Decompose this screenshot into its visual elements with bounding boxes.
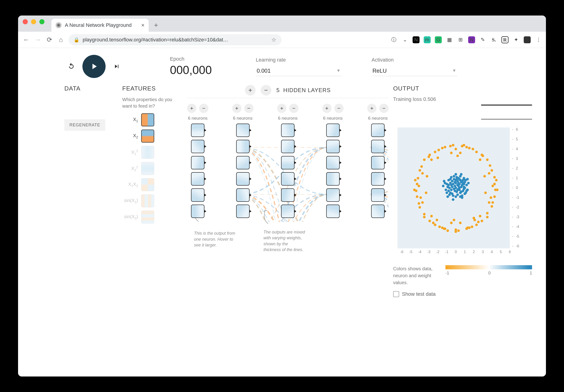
step-button[interactable] <box>112 62 121 71</box>
feature-row[interactable]: X1X2 <box>122 178 183 191</box>
network-panel: + − 5 HIDDEN LAYERS +−6 neurons+−6 neuro… <box>187 85 389 297</box>
ext-grammarly-icon[interactable]: G <box>435 36 442 43</box>
neuron[interactable] <box>191 188 204 202</box>
feature-row[interactable]: sin(X1) <box>122 194 183 207</box>
feature-row[interactable]: sin(X2) <box>122 211 183 224</box>
neuron[interactable] <box>281 140 295 153</box>
svg-text:-5: -5 <box>516 234 519 238</box>
feature-row[interactable]: X22 <box>122 162 183 175</box>
callout-weights: The outputs are mixed with varying weigh… <box>264 229 305 253</box>
neuron[interactable] <box>326 123 340 137</box>
ext-eyedropper-icon[interactable]: ✎ <box>479 36 486 43</box>
remove-neuron-button[interactable]: − <box>199 104 208 113</box>
neuron[interactable] <box>281 123 295 137</box>
neuron[interactable] <box>326 172 340 186</box>
neuron[interactable] <box>236 140 250 153</box>
neuron[interactable] <box>371 123 385 137</box>
ext-m-icon[interactable]: m <box>424 36 431 43</box>
neuron[interactable] <box>281 172 295 186</box>
add-neuron-button[interactable]: + <box>277 104 286 113</box>
remove-layer-button[interactable]: − <box>261 85 271 95</box>
neuron[interactable] <box>191 156 204 169</box>
neuron[interactable] <box>281 204 295 218</box>
neuron[interactable] <box>371 172 385 186</box>
feature-row[interactable]: X2 <box>122 130 183 143</box>
forward-icon[interactable]: → <box>34 36 42 43</box>
neuron[interactable] <box>191 204 204 218</box>
neuron[interactable] <box>371 204 385 218</box>
neuron[interactable] <box>191 123 204 137</box>
neuron[interactable] <box>326 140 340 153</box>
svg-point-118 <box>458 183 461 185</box>
svg-point-159 <box>416 183 418 185</box>
browser-tab[interactable]: A Neural Network Playground × <box>51 19 149 32</box>
neuron[interactable] <box>236 156 250 169</box>
ext-onenote-icon[interactable]: N <box>468 36 475 43</box>
features-subtitle: Which properties do you want to feed in? <box>122 96 183 109</box>
neuron[interactable] <box>191 172 204 186</box>
play-button[interactable] <box>83 55 106 78</box>
neuron[interactable] <box>236 188 250 202</box>
add-layer-button[interactable]: + <box>245 85 256 95</box>
add-neuron-button[interactable]: + <box>367 104 377 113</box>
new-tab-button[interactable]: + <box>151 21 161 30</box>
ext-info-icon[interactable]: ⓘ <box>390 36 397 43</box>
neuron[interactable] <box>326 156 340 169</box>
regenerate-button[interactable]: REGENERATE <box>64 119 105 131</box>
output-title: OUTPUT <box>393 85 532 92</box>
ext-r-icon[interactable]: R <box>502 36 508 43</box>
add-neuron-button[interactable]: + <box>232 104 241 113</box>
address-bar[interactable]: 🔒 playground.tensorflow.org/#activation=… <box>69 34 282 45</box>
svg-point-143 <box>434 151 437 153</box>
bookmark-star-icon[interactable]: ☆ <box>271 37 276 43</box>
feature-row[interactable]: X1 <box>122 113 183 126</box>
activation-label: Activation <box>372 57 457 63</box>
close-tab-icon[interactable]: × <box>141 22 144 28</box>
epoch-value: 000,000 <box>170 63 212 77</box>
ext-pocket-icon[interactable]: ⌄ <box>401 36 409 43</box>
remove-neuron-button[interactable]: − <box>244 104 254 113</box>
add-neuron-button[interactable]: + <box>187 104 196 113</box>
window-controls[interactable] <box>23 19 44 24</box>
reload-icon[interactable]: ⟳ <box>45 36 53 43</box>
svg-text:5: 5 <box>516 137 518 141</box>
remove-neuron-button[interactable]: − <box>289 104 298 113</box>
ext-blank-icon[interactable]: ▦ <box>446 36 453 43</box>
ext-s-icon[interactable]: S. <box>490 36 497 43</box>
feature-label: X12 <box>122 149 138 156</box>
neuron[interactable] <box>371 140 385 153</box>
neuron[interactable] <box>326 188 340 202</box>
neuron[interactable] <box>371 188 385 202</box>
svg-point-178 <box>438 225 441 228</box>
neuron[interactable] <box>326 204 340 218</box>
ext-plus-icon[interactable]: ⊞ <box>457 36 464 43</box>
neuron[interactable] <box>371 156 385 169</box>
maximize-window-icon[interactable] <box>39 19 44 24</box>
svg-point-162 <box>452 144 454 147</box>
browser-menu-icon[interactable]: ⋮ <box>535 36 542 43</box>
learning-rate-select[interactable]: 0.001 ▼ <box>256 66 341 76</box>
profile-avatar-icon[interactable] <box>524 36 531 43</box>
svg-point-53 <box>454 173 457 176</box>
back-icon[interactable]: ← <box>22 36 30 43</box>
minimize-window-icon[interactable] <box>31 19 36 24</box>
neuron[interactable] <box>236 172 250 186</box>
ext-notion-icon[interactable]: N <box>413 36 420 43</box>
show-test-data-checkbox[interactable]: Show test data <box>393 291 532 297</box>
neuron[interactable] <box>281 156 295 169</box>
remove-neuron-button[interactable]: − <box>334 104 344 113</box>
neuron[interactable] <box>236 123 250 137</box>
neuron[interactable] <box>191 140 204 153</box>
neuron[interactable] <box>281 188 295 202</box>
reset-button[interactable] <box>67 62 76 71</box>
neuron[interactable] <box>236 204 250 218</box>
remove-neuron-button[interactable]: − <box>379 104 389 113</box>
output-chart[interactable]: -6-5-4-3-2-10123456-6-5-4-3-2-10123456 <box>393 124 523 258</box>
svg-text:0: 0 <box>455 250 457 254</box>
feature-row[interactable]: X12 <box>122 146 183 159</box>
home-icon[interactable]: ⌂ <box>57 36 65 43</box>
extensions-menu-icon[interactable]: ✦ <box>513 36 520 43</box>
close-window-icon[interactable] <box>23 19 28 24</box>
activation-select[interactable]: ReLU ▼ <box>372 66 457 76</box>
add-neuron-button[interactable]: + <box>322 104 332 113</box>
